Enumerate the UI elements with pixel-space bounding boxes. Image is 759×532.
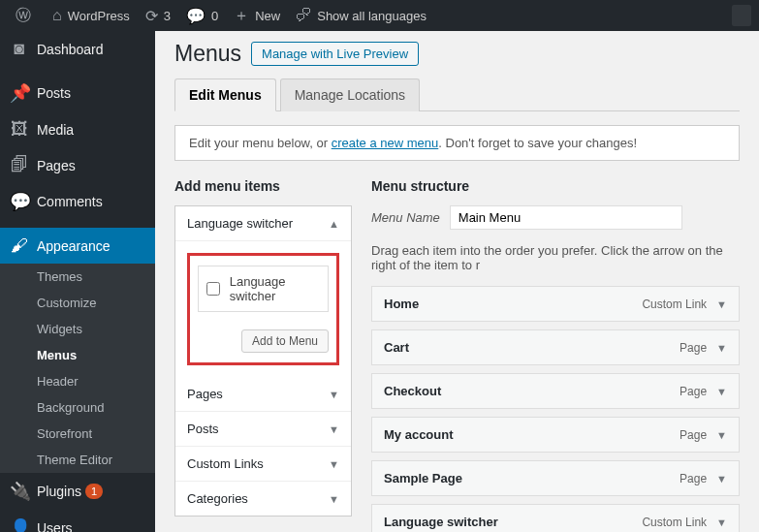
chevron-up-icon: ▲ xyxy=(329,218,339,230)
wp-logo[interactable]: ⓦ xyxy=(8,0,45,31)
chevron-down-icon[interactable]: ▼ xyxy=(716,342,727,354)
menu-item-type: Page xyxy=(680,341,707,355)
sidebar-item-pages[interactable]: 🗐Pages xyxy=(0,147,155,183)
menu-item-home[interactable]: HomeCustom Link▼ xyxy=(371,286,740,322)
menu-item-type: Page xyxy=(680,428,707,442)
highlight-box: Language switcher Add to Menu xyxy=(187,253,339,365)
sidebar-label: Comments xyxy=(37,194,103,209)
sidebar-item-comments[interactable]: 💬Comments xyxy=(0,183,155,220)
chevron-down-icon: ▼ xyxy=(329,458,339,470)
add-to-menu-button[interactable]: Add to Menu xyxy=(241,329,329,353)
comment-icon: 💬 xyxy=(186,7,206,25)
menu-item-sample-page[interactable]: Sample PagePage▼ xyxy=(371,460,740,496)
languages-link[interactable]: 🗪Show all languages xyxy=(288,0,434,31)
sidebar-item-plugins[interactable]: 🔌Plugins1 xyxy=(0,473,155,510)
drag-hint: Drag each item into the order you prefer… xyxy=(371,243,740,272)
menu-item-type: Page xyxy=(680,385,707,398)
menu-item-label: Cart xyxy=(384,340,409,355)
sidebar-item-media[interactable]: 🖾Media xyxy=(0,111,155,147)
pin-icon: 📌 xyxy=(10,82,29,104)
accordion-header-label: Categories xyxy=(187,491,248,506)
menu-structure-column: Menu structure Menu Name Drag each item … xyxy=(371,178,740,532)
comments-link[interactable]: 💬0 xyxy=(178,0,226,31)
admin-sidebar: ◙Dashboard 📌Posts 🖾Media 🗐Pages 💬Comment… xyxy=(0,31,155,532)
submenu-theme-editor[interactable]: Theme Editor xyxy=(0,447,155,473)
info-notice: Edit your menu below, or create a new me… xyxy=(174,125,740,161)
language-switcher-row: Language switcher xyxy=(198,266,329,312)
menu-name-label: Menu Name xyxy=(371,210,440,225)
accordion-posts-header[interactable]: Posts▼ xyxy=(175,412,351,447)
submenu-customize[interactable]: Customize xyxy=(0,290,155,316)
accordion-custom-links-header[interactable]: Custom Links▼ xyxy=(175,447,351,482)
menu-item-label: Sample Page xyxy=(384,471,462,485)
topbar-right-placeholder xyxy=(732,5,751,26)
brush-icon: 🖌 xyxy=(10,235,29,256)
home-icon: ⌂ xyxy=(52,7,62,24)
sidebar-label: Pages xyxy=(37,158,76,173)
chevron-down-icon[interactable]: ▼ xyxy=(716,429,727,441)
pages-icon: 🗐 xyxy=(10,155,29,175)
sidebar-label: Users xyxy=(37,520,73,532)
submenu-header[interactable]: Header xyxy=(0,368,155,394)
sidebar-label: Media xyxy=(37,122,74,138)
new-label: New xyxy=(255,9,280,23)
users-icon: 👤 xyxy=(10,517,29,532)
accordion-pages-header[interactable]: Pages▼ xyxy=(175,377,351,412)
tab-manage-locations[interactable]: Manage Locations xyxy=(280,78,420,111)
submenu-widgets[interactable]: Widgets xyxy=(0,316,155,342)
add-items-title: Add menu items xyxy=(174,178,352,194)
menu-item-cart[interactable]: CartPage▼ xyxy=(371,329,740,365)
add-items-column: Add menu items Language switcher ▲ Langu… xyxy=(174,178,352,532)
accordion-header-label: Pages xyxy=(187,387,223,401)
accordion-language-switcher-header[interactable]: Language switcher ▲ xyxy=(175,206,351,241)
plugin-icon: 🔌 xyxy=(10,481,29,502)
language-switcher-checkbox[interactable] xyxy=(206,281,220,297)
plugin-badge: 1 xyxy=(85,484,103,499)
refresh-icon: ⟳ xyxy=(145,7,158,25)
submenu-themes[interactable]: Themes xyxy=(0,264,155,290)
submenu-background[interactable]: Background xyxy=(0,394,155,421)
create-menu-link[interactable]: create a new menu xyxy=(332,136,439,150)
menu-item-language-switcher[interactable]: Language switcherCustom Link▼ xyxy=(371,504,740,532)
updates-link[interactable]: ⟳3 xyxy=(138,0,178,31)
live-preview-button[interactable]: Manage with Live Preview xyxy=(251,42,419,66)
wordpress-icon: ⓦ xyxy=(16,6,31,26)
translate-icon: 🗪 xyxy=(296,7,311,24)
add-items-accordion: Language switcher ▲ Language switcher Ad… xyxy=(174,205,352,516)
comments-icon: 💬 xyxy=(10,191,29,212)
tabs: Edit Menus Manage Locations xyxy=(174,78,740,111)
menu-item-type: Custom Link xyxy=(642,516,707,529)
updates-count: 3 xyxy=(164,9,171,23)
menu-item-label: Checkout xyxy=(384,384,441,398)
menu-item-type: Custom Link xyxy=(642,297,707,311)
sidebar-label: Posts xyxy=(37,85,71,101)
accordion-language-switcher-body: Language switcher Add to Menu xyxy=(175,241,351,377)
menu-item-checkout[interactable]: CheckoutPage▼ xyxy=(371,373,740,409)
submenu-storefront[interactable]: Storefront xyxy=(0,421,155,447)
notice-text-prefix: Edit your menu below, or xyxy=(189,136,332,150)
chevron-down-icon[interactable]: ▼ xyxy=(716,386,727,397)
accordion-categories-header[interactable]: Categories▼ xyxy=(175,482,351,516)
submenu-menus[interactable]: Menus xyxy=(0,342,155,368)
chevron-down-icon[interactable]: ▼ xyxy=(716,473,727,485)
menu-items-list: HomeCustom Link▼ CartPage▼ CheckoutPage▼… xyxy=(371,286,740,532)
menu-item-type: Page xyxy=(680,472,707,485)
new-link[interactable]: ＋New xyxy=(226,0,288,31)
chevron-down-icon[interactable]: ▼ xyxy=(716,516,727,528)
menu-item-my-account[interactable]: My accountPage▼ xyxy=(371,417,740,453)
dashboard-icon: ◙ xyxy=(10,39,29,59)
chevron-down-icon: ▼ xyxy=(329,423,339,435)
sidebar-item-appearance[interactable]: 🖌Appearance xyxy=(0,228,155,264)
sidebar-item-posts[interactable]: 📌Posts xyxy=(0,75,155,111)
sidebar-item-dashboard[interactable]: ◙Dashboard xyxy=(0,31,155,67)
sidebar-item-users[interactable]: 👤Users xyxy=(0,510,155,532)
site-name-link[interactable]: ⌂WordPress xyxy=(45,0,138,31)
menu-name-input[interactable] xyxy=(450,205,682,230)
tab-edit-menus[interactable]: Edit Menus xyxy=(174,78,276,111)
site-name: WordPress xyxy=(68,9,130,23)
accordion-header-label: Posts xyxy=(187,422,219,436)
chevron-down-icon[interactable]: ▼ xyxy=(716,298,727,310)
sidebar-label: Dashboard xyxy=(37,42,104,57)
notice-text-suffix: . Don't forget to save your changes! xyxy=(438,136,637,150)
admin-topbar: ⓦ ⌂WordPress ⟳3 💬0 ＋New 🗪Show all langua… xyxy=(0,0,759,31)
